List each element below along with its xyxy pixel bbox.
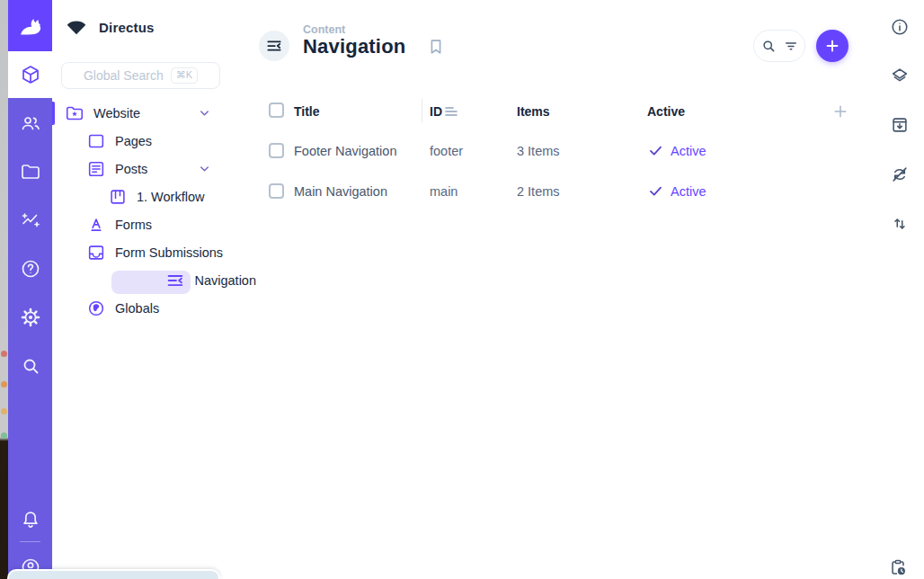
row-checkbox[interactable]: [269, 183, 284, 199]
project-name: Directus: [99, 20, 155, 35]
active-status-label: Active: [671, 144, 706, 158]
tree-item-navigation[interactable]: Navigation: [52, 266, 256, 294]
main-content: Content Navigation Title: [256, 0, 876, 579]
table-header: Title ID Items Active: [256, 97, 863, 124]
sort-ascending-icon[interactable]: [445, 106, 458, 117]
search-icon: [20, 355, 41, 377]
segment-icon: [265, 37, 283, 55]
cell-title: Main Navigation: [294, 184, 387, 199]
tree-item-label: Globals: [115, 301, 159, 316]
tree-item-label: Form Submissions: [115, 245, 223, 260]
cell-id: main: [430, 184, 458, 199]
tree-item-label: Forms: [115, 218, 152, 232]
global-search-placeholder: Global Search: [84, 68, 164, 83]
kanban-icon: [108, 187, 128, 207]
archive-icon[interactable]: [890, 115, 910, 135]
article-icon: [86, 159, 106, 179]
background-dot: [1, 381, 7, 387]
cell-active: Active: [647, 183, 706, 200]
page-title: Navigation: [303, 35, 405, 58]
bookmark-icon[interactable]: [426, 37, 446, 57]
pending-actions-icon[interactable]: [888, 557, 908, 577]
layers-icon[interactable]: [890, 66, 910, 85]
chevron-down-icon[interactable]: [198, 162, 211, 175]
swap-vertical-icon[interactable]: [890, 214, 910, 234]
background-dot: [1, 408, 7, 414]
search-filter-pill: [753, 30, 805, 62]
insights-icon: [20, 209, 41, 231]
cell-items: 2 Items: [517, 184, 560, 199]
tree-item-workflow[interactable]: 1. Workflow: [52, 183, 256, 210]
module-help[interactable]: [8, 245, 52, 293]
search-shortcut-badge: ⌘K: [171, 67, 198, 84]
background-dot: [1, 432, 7, 439]
tree-item-posts[interactable]: Posts: [52, 155, 256, 183]
add-item-button[interactable]: [816, 30, 848, 62]
info-icon[interactable]: [890, 17, 910, 37]
module-users[interactable]: [8, 99, 52, 147]
tree-item-form-submissions[interactable]: Form Submissions: [52, 238, 256, 266]
check-icon: [647, 142, 664, 159]
row-checkbox[interactable]: [269, 143, 284, 158]
project-logo-icon: [64, 15, 89, 39]
segment-icon: [165, 271, 185, 290]
table-row[interactable]: Main Navigation main 2 Items Active: [256, 176, 863, 207]
plus-icon: [823, 37, 841, 55]
cell-items: 3 Items: [517, 144, 560, 158]
filter-icon[interactable]: [783, 38, 799, 54]
globe-icon: [86, 298, 106, 318]
select-all-checkbox[interactable]: [269, 102, 284, 118]
module-files[interactable]: [8, 147, 52, 196]
title-icon: [86, 215, 106, 235]
tree-item-label: 1. Workflow: [137, 190, 204, 204]
table-row[interactable]: Footer Navigation footer 3 Items Active: [256, 136, 863, 166]
tree-item-globals[interactable]: Globals: [52, 294, 256, 322]
background-dot: [1, 351, 7, 357]
cell-title: Footer Navigation: [294, 144, 396, 158]
tree-item-label: Website: [93, 106, 140, 120]
rabbit-logo-icon: [17, 13, 44, 40]
cell-id: footer: [430, 144, 463, 158]
cell-active: Active: [647, 142, 706, 159]
pages-icon: [86, 131, 106, 151]
folder-star-icon: [65, 103, 84, 123]
column-header-id[interactable]: ID: [430, 104, 442, 119]
tree-item-website[interactable]: Website: [52, 99, 256, 127]
column-divider: [422, 99, 422, 122]
help-icon: [20, 258, 41, 280]
navigation-sidebar: Directus Global Search ⌘K Website: [52, 0, 256, 579]
tree-item-label: Pages: [115, 134, 152, 148]
module-insights[interactable]: [8, 196, 52, 245]
inbox-icon: [86, 243, 106, 263]
chevron-down-icon[interactable]: [198, 106, 211, 120]
sync-disabled-icon[interactable]: [890, 165, 910, 184]
box-icon: [20, 64, 41, 85]
search-icon[interactable]: [760, 38, 777, 54]
active-group-accent: [52, 102, 55, 125]
module-content[interactable]: [8, 51, 52, 98]
bell-icon: [20, 509, 41, 530]
people-icon: [20, 112, 41, 134]
tree-item-label: Navigation: [194, 273, 256, 288]
column-header-items[interactable]: Items: [517, 104, 550, 119]
tree-item-forms[interactable]: Forms: [52, 210, 256, 238]
tree-item-label: Posts: [115, 162, 147, 176]
background-window-strip: [0, 0, 8, 579]
breadcrumb[interactable]: Content: [303, 23, 345, 36]
column-header-active[interactable]: Active: [647, 104, 685, 119]
collection-icon-button[interactable]: [259, 31, 289, 61]
module-settings[interactable]: [8, 293, 52, 342]
tree-item-pages[interactable]: Pages: [52, 127, 256, 155]
global-search-input[interactable]: Global Search ⌘K: [61, 62, 220, 89]
column-header-title[interactable]: Title: [294, 104, 320, 119]
folder-icon: [20, 161, 41, 183]
project-header[interactable]: Directus: [64, 13, 155, 41]
settings-icon: [20, 307, 41, 328]
module-bar-divider: [20, 541, 40, 542]
collections-tree: Website Pages Posts: [52, 99, 256, 322]
background-popup-edge: [7, 569, 220, 579]
notifications-button[interactable]: [8, 495, 52, 544]
add-column-icon[interactable]: [831, 102, 849, 120]
module-search[interactable]: [8, 342, 52, 390]
directus-logo-button[interactable]: [8, 0, 52, 52]
